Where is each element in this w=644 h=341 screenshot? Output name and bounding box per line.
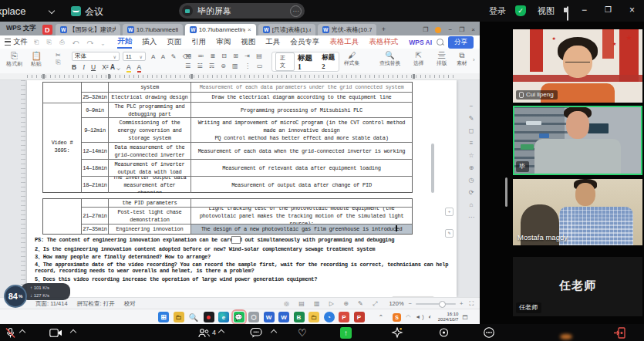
word-app-icon[interactable]: W — [264, 312, 275, 322]
doc-tab-1[interactable]: W 【国际化】建设内容.docx — [56, 24, 120, 35]
table-add-row-button[interactable]: + — [445, 208, 453, 216]
doc-tab-4[interactable]: W [只读]表格(1).docx — [258, 24, 315, 35]
mic-options-chevron-icon[interactable] — [20, 324, 25, 341]
style-gallery[interactable]: 正文 标题 1 标题 2 — [271, 52, 339, 72]
zoom-slider-thumb[interactable] — [439, 301, 446, 308]
screen-share-button-active[interactable]: ↑ — [340, 324, 352, 341]
workspace-chevron-icon[interactable] — [49, 8, 55, 14]
font-name-select[interactable]: 宋体∨ — [72, 52, 120, 61]
taskbar-search-icon[interactable]: 🔍 — [188, 312, 199, 322]
netdisk-icon[interactable]: ◔ — [324, 312, 335, 322]
typeset-button[interactable]: 亖排版 — [437, 51, 447, 67]
wps-minimize-icon[interactable]: − — [448, 26, 452, 33]
superscript-button[interactable]: X² 𝐀 ⌄ — [102, 63, 120, 73]
login-button[interactable]: 登录 — [489, 5, 506, 17]
file-menu[interactable]: 文件 — [5, 37, 28, 47]
menu-home[interactable]: 开始 — [117, 36, 132, 49]
qq-icon[interactable] — [204, 312, 214, 322]
ribbon-expand-icon[interactable]: › — [473, 56, 475, 63]
document-page[interactable]: Video # 3695: system Measurement of each… — [27, 80, 457, 297]
italic-button[interactable]: I — [83, 63, 85, 73]
zoom-level[interactable]: 120% — [389, 300, 403, 307]
doc-tab-2[interactable]: W 10.7lubanmeeting.docx — [123, 24, 183, 35]
participant-tile-1[interactable]: ★ ★ ★ Cui lipeng — [513, 29, 642, 103]
menu-view[interactable]: 视图 — [241, 37, 255, 47]
doc-tab-3-active[interactable]: W 10.7lubanmeeting_1_1 × — [185, 24, 256, 35]
camera-button[interactable] — [49, 324, 62, 341]
participants-button[interactable]: 4 — [197, 324, 216, 341]
view-menu[interactable]: 视图 — [538, 5, 555, 17]
participant-tile-3[interactable]: Mostafa magdy — [513, 179, 642, 245]
notification-center-icon[interactable]: 🗖 — [462, 315, 467, 320]
menu-table-style[interactable]: 表格样式 — [369, 37, 398, 47]
pdf-app-icon[interactable]: P — [339, 312, 349, 322]
edge-browser-icon[interactable]: e — [218, 312, 229, 322]
format-painter-button[interactable]: ⎘ 格式刷 — [6, 51, 22, 68]
close-button[interactable]: × — [629, 5, 635, 15]
more-options-icon[interactable] — [483, 324, 495, 341]
mic-mute-button[interactable] — [5, 324, 16, 341]
zoom-slider[interactable] — [416, 303, 456, 305]
menu-reference[interactable]: 引用 — [191, 37, 206, 47]
menu-tools[interactable]: 工具 — [265, 37, 280, 47]
record-icon[interactable] — [438, 324, 450, 341]
underline-button[interactable]: U — [91, 63, 96, 73]
doc-tab-5[interactable]: W 光伏-表格(10.7).docx — [318, 24, 376, 35]
horizontal-ruler[interactable] — [0, 73, 480, 80]
docer-tab-icon[interactable]: D — [42, 25, 52, 35]
layout-grid-icon[interactable] — [567, 6, 568, 21]
file-explorer-icon[interactable]: 🗀 — [174, 312, 184, 322]
app-icon-green[interactable]: B — [294, 312, 305, 322]
side-toolbar[interactable]: − ✎ ◻ ≡ ☆ ⊕ ◷ ⟳ ⌂ ⋯ — [466, 100, 477, 224]
wps-close-icon[interactable]: × — [471, 26, 475, 33]
cut-copy-buttons[interactable]: ✂ ⎘ — [56, 52, 61, 66]
chat-button[interactable] — [250, 324, 262, 341]
close-tab-icon[interactable]: × — [248, 26, 251, 33]
menu-page[interactable]: 页面 — [167, 37, 181, 47]
restore-button[interactable]: ❐ — [605, 5, 612, 14]
participant-tile-2-active[interactable]: 毕 — [513, 106, 642, 175]
taskbar-clock[interactable]: 16:102024/10/7 — [438, 312, 459, 322]
menu-member[interactable]: 会员专享 — [290, 37, 319, 47]
vertical-ruler[interactable] — [21, 80, 25, 297]
spellcheck-status[interactable]: 拼写检查: 打开 — [77, 300, 115, 308]
paste-button[interactable]: 📋 粘贴 — [31, 51, 42, 68]
paragraph-tools-row2[interactable]: ☰ ☱ ☴ ⊜ ▥ ⋮ ▭ — [185, 62, 265, 69]
minimize-button[interactable]: − — [582, 5, 587, 15]
menu-table-tools[interactable]: 表格工具 — [329, 37, 359, 47]
ppt-app-icon[interactable]: P — [354, 312, 365, 322]
app-icon-grey[interactable]: ⬡ — [248, 312, 259, 322]
folder-icon[interactable]: 🗀 — [309, 312, 319, 322]
wechat-icon[interactable]: 💬 — [234, 312, 244, 322]
zoom-in-button[interactable]: + — [460, 300, 463, 307]
search-icon[interactable] — [437, 39, 443, 46]
screen-share-pill[interactable]: 毕的屏幕 ⋯ — [179, 3, 305, 19]
tray-expand-icon[interactable]: ⌃ — [379, 314, 384, 321]
start-button[interactable]: ⊞ — [158, 312, 169, 322]
select-button[interactable]: ⇱选择 — [413, 51, 424, 67]
wps-restore-icon[interactable]: ❐ — [423, 26, 428, 33]
sidebar-scrollbar[interactable] — [505, 177, 507, 207]
word-app-icon[interactable]: W — [278, 312, 289, 322]
view-mode-icons[interactable]: ◎ ▤ ▥ ▷ ⊕ ✎ ⤢ — [284, 300, 381, 308]
wps-maximize-icon[interactable]: ❐ — [459, 26, 464, 33]
new-tab-button[interactable]: + — [382, 25, 386, 33]
sparkle-effects-icon[interactable] — [391, 324, 403, 341]
menu-review[interactable]: 审阅 — [216, 37, 231, 47]
chat-chevron-icon[interactable] — [271, 324, 276, 341]
proofread-button[interactable]: 校对 — [124, 300, 136, 308]
tab-meeting[interactable]: 会议 — [85, 5, 103, 19]
camera-options-chevron-icon[interactable] — [71, 324, 76, 341]
quick-access-icons[interactable]: ⎗ ⎘ ⎙ ↶ ↷ ⌄ — [34, 39, 107, 46]
table-edit-button[interactable]: ✎ — [445, 229, 453, 238]
participants-chevron-icon[interactable] — [219, 324, 224, 341]
font-color-button[interactable]: A — [137, 63, 142, 73]
wps-skin-icon[interactable] — [435, 27, 441, 33]
tray-icons[interactable]: ◠ ◄) ◐ — [406, 314, 433, 320]
document-scrollbar[interactable] — [431, 143, 434, 193]
style-body[interactable]: 正文 — [275, 52, 295, 71]
material-button[interactable]: ⧉素材 — [457, 51, 467, 67]
style-heading1[interactable]: 标题 1 — [298, 53, 316, 71]
share-button[interactable]: 分享 — [448, 36, 474, 49]
find-replace-button[interactable]: 🔍查找替换 — [379, 51, 400, 67]
